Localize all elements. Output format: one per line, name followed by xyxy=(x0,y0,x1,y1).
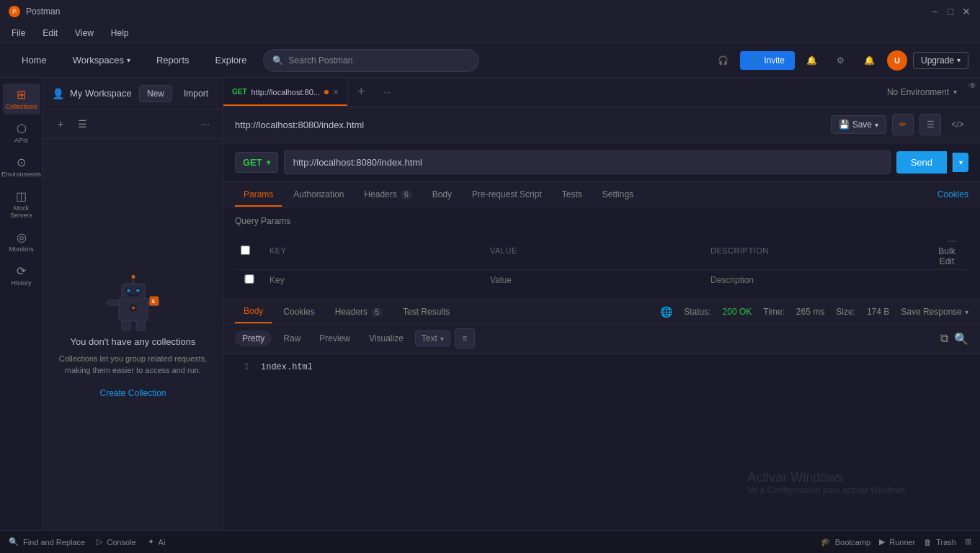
nav-bar: Home Workspaces ▾ Reports Explore 🔍 Sear… xyxy=(0,43,980,78)
format-preview-button[interactable]: Preview xyxy=(312,331,357,346)
filter-button[interactable]: ☰ xyxy=(74,115,91,132)
req-tab-headers[interactable]: Headers 6 xyxy=(355,182,420,207)
trash-button[interactable]: 🗑 Trash xyxy=(924,537,956,547)
create-collection-link[interactable]: Create Collection xyxy=(99,388,166,398)
import-button[interactable]: Import xyxy=(178,86,214,102)
menu-view[interactable]: View xyxy=(72,27,97,40)
active-tab[interactable]: GET http://localhost:80... × xyxy=(223,78,348,106)
response-status: 🌐 Status: 200 OK Time: 265 ms Size: 174 … xyxy=(660,306,968,318)
workspaces-chevron: ▾ xyxy=(127,56,130,64)
req-tab-settings[interactable]: Settings xyxy=(594,182,642,207)
description-input[interactable] xyxy=(710,275,919,285)
value-input[interactable] xyxy=(490,275,699,285)
req-tab-tests[interactable]: Tests xyxy=(553,182,591,207)
search-response-button[interactable]: 🔍 xyxy=(954,332,968,346)
req-tab-params[interactable]: Params xyxy=(235,182,282,207)
layout-button[interactable]: ⊞ xyxy=(965,537,971,547)
format-raw-button[interactable]: Raw xyxy=(276,331,308,346)
svg-rect-9 xyxy=(122,320,130,330)
console-button[interactable]: ▷ Console xyxy=(97,537,135,547)
save-chevron: ▾ xyxy=(875,121,878,129)
req-tab-body[interactable]: Body xyxy=(424,182,460,207)
format-pretty-button[interactable]: Pretty xyxy=(235,331,272,346)
ai-button[interactable]: ✦ Ai xyxy=(148,537,166,547)
close-button[interactable]: ✕ xyxy=(961,6,971,17)
user-avatar[interactable]: U xyxy=(887,50,907,71)
earphones-icon[interactable]: 🎧 xyxy=(711,49,734,72)
app-icon: P xyxy=(9,6,20,17)
more-tabs-button[interactable]: ··· xyxy=(374,78,400,106)
status-value: 200 OK xyxy=(723,307,752,317)
req-tab-pre-request[interactable]: Pre-request Script xyxy=(463,182,551,207)
monitors-label: Monitors xyxy=(9,246,34,253)
method-selector[interactable]: GET ▾ xyxy=(235,152,278,173)
menu-help[interactable]: Help xyxy=(108,27,132,40)
save-button[interactable]: 💾 Save ▾ xyxy=(831,115,886,134)
text-type-selector[interactable]: Text ▾ xyxy=(415,331,450,346)
nav-reports[interactable]: Reports xyxy=(146,50,200,70)
environment-eye-button[interactable]: 👁 xyxy=(966,78,980,106)
select-all-checkbox[interactable] xyxy=(241,246,250,255)
nav-home[interactable]: Home xyxy=(12,50,57,70)
svg-rect-15 xyxy=(128,294,139,296)
sidebar-item-mock-servers[interactable]: ◫ Mock Servers xyxy=(3,185,40,223)
tab-method: GET xyxy=(232,88,247,96)
notification-icon[interactable]: 🔔 xyxy=(801,49,824,72)
minimize-button[interactable]: − xyxy=(930,6,940,17)
edit-button[interactable]: ✏ xyxy=(892,114,914,135)
sidebar-item-collections[interactable]: ⊞ Collections xyxy=(3,84,40,114)
request-area: GET http://localhost:80... × + ··· No En… xyxy=(223,78,980,530)
key-input[interactable] xyxy=(270,275,478,285)
bell-icon[interactable]: 🔔 xyxy=(858,49,881,72)
response-tab-headers[interactable]: Headers 5 xyxy=(326,301,391,323)
runner-button[interactable]: ▶ Runner xyxy=(879,537,915,547)
response-tab-body[interactable]: Body xyxy=(235,300,272,323)
find-replace-button[interactable]: 🔍 Find and Replace xyxy=(9,537,85,547)
tab-close-button[interactable]: × xyxy=(333,86,339,98)
wrap-button[interactable]: ≡ xyxy=(455,328,475,349)
find-icon: 🔍 xyxy=(9,537,19,547)
maximize-button[interactable]: □ xyxy=(945,6,956,17)
panel-more-button[interactable]: ··· xyxy=(197,115,214,132)
menu-file[interactable]: File xyxy=(9,27,28,40)
row-checkbox[interactable] xyxy=(241,274,258,284)
url-bar: http://localhost:8080/index.html 💾 Save … xyxy=(223,107,980,143)
new-button[interactable]: New xyxy=(139,85,172,102)
response-tab-cookies[interactable]: Cookies xyxy=(275,301,323,323)
nav-explore[interactable]: Explore xyxy=(205,50,257,70)
add-tab-button[interactable]: + xyxy=(348,78,374,106)
send-dropdown-button[interactable]: ▾ xyxy=(953,153,968,172)
invite-button[interactable]: 👤 Invite xyxy=(740,51,795,70)
sidebar-item-monitors[interactable]: ◎ Monitors xyxy=(3,226,40,257)
documentation-button[interactable]: ☰ xyxy=(919,114,941,135)
time-value: 265 ms xyxy=(796,307,824,317)
add-collection-button[interactable]: + xyxy=(52,115,69,132)
svg-rect-8 xyxy=(130,297,137,300)
code-button[interactable]: </> xyxy=(947,114,968,135)
bootcamp-button[interactable]: 🎓 Bootcamp xyxy=(821,537,871,547)
format-visualize-button[interactable]: Visualize xyxy=(362,331,411,346)
cookies-link[interactable]: Cookies xyxy=(937,189,968,199)
sidebar-item-environments[interactable]: ⊙ Environments xyxy=(3,151,40,182)
menu-edit[interactable]: Edit xyxy=(40,27,61,40)
search-icon: 🔍 xyxy=(272,55,283,66)
send-button[interactable]: Send xyxy=(896,151,947,174)
url-input[interactable] xyxy=(284,150,891,174)
req-tab-authorization[interactable]: Authorization xyxy=(285,182,352,207)
search-bar[interactable]: 🔍 Search Postman xyxy=(263,49,479,72)
params-more-button[interactable]: ··· xyxy=(948,235,957,246)
response-tab-test-results[interactable]: Test Results xyxy=(394,301,458,323)
environment-selector[interactable]: No Environment ▾ xyxy=(878,78,966,106)
settings-icon[interactable]: ⚙ xyxy=(829,49,852,72)
collections-panel: 👤 My Workspace New Import + ☰ ··· xyxy=(43,78,223,530)
sidebar-item-history[interactable]: ⟳ History xyxy=(3,260,40,291)
save-response-button[interactable]: Save Response ▾ xyxy=(901,307,968,317)
nav-workspaces[interactable]: Workspaces ▾ xyxy=(63,50,141,70)
nav-right: 🎧 👤 Invite 🔔 ⚙ 🔔 U Upgrade ▾ xyxy=(711,49,968,72)
bulk-edit-button[interactable]: Bulk Edit xyxy=(931,246,963,266)
title-bar: P Postman − □ ✕ xyxy=(0,0,980,23)
text-type-chevron: ▾ xyxy=(440,335,444,343)
upgrade-button[interactable]: Upgrade ▾ xyxy=(913,52,968,69)
copy-button[interactable]: ⧉ xyxy=(940,332,948,345)
sidebar-item-apis[interactable]: ⬡ APIs xyxy=(3,117,40,148)
